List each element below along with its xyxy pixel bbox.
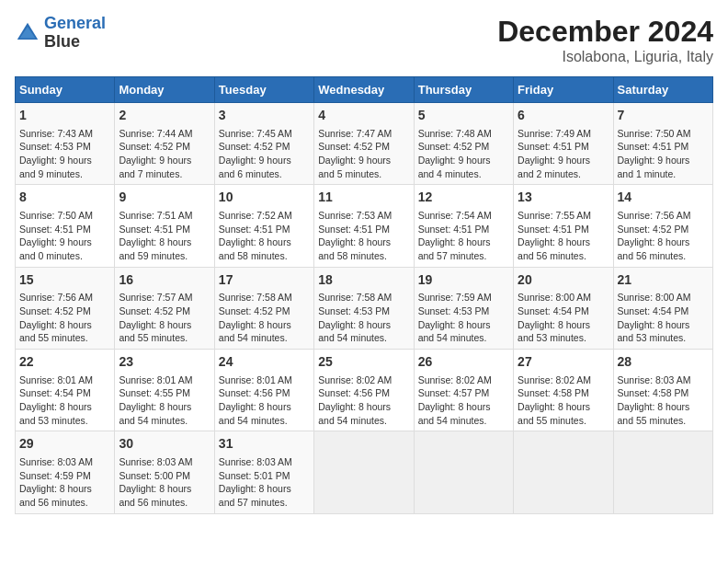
- day-info: Sunrise: 7:44 AM Sunset: 4:52 PM Dayligh…: [119, 127, 210, 181]
- weekday-header-saturday: Saturday: [613, 77, 712, 103]
- calendar-cell: 6Sunrise: 7:49 AM Sunset: 4:51 PM Daylig…: [514, 103, 613, 185]
- day-info: Sunrise: 8:02 AM Sunset: 4:58 PM Dayligh…: [518, 373, 609, 428]
- day-number: 25: [318, 353, 409, 372]
- day-number: 23: [119, 353, 210, 372]
- calendar-cell: 1Sunrise: 7:43 AM Sunset: 4:53 PM Daylig…: [16, 103, 115, 185]
- day-info: Sunrise: 8:02 AM Sunset: 4:57 PM Dayligh…: [418, 373, 509, 428]
- day-info: Sunrise: 8:03 AM Sunset: 5:01 PM Dayligh…: [219, 455, 310, 510]
- day-number: 15: [19, 271, 110, 290]
- calendar-header: SundayMondayTuesdayWednesdayThursdayFrid…: [16, 77, 713, 103]
- calendar-body: 1Sunrise: 7:43 AM Sunset: 4:53 PM Daylig…: [16, 103, 713, 514]
- calendar-week-row: 8Sunrise: 7:50 AM Sunset: 4:51 PM Daylig…: [16, 185, 713, 267]
- calendar-cell: 10Sunrise: 7:52 AM Sunset: 4:51 PM Dayli…: [214, 185, 313, 267]
- day-number: 3: [219, 107, 310, 125]
- calendar-cell: 15Sunrise: 7:56 AM Sunset: 4:52 PM Dayli…: [16, 267, 115, 349]
- day-info: Sunrise: 7:56 AM Sunset: 4:52 PM Dayligh…: [618, 209, 709, 263]
- day-number: 20: [518, 271, 609, 290]
- day-number: 28: [618, 353, 709, 372]
- calendar-week-row: 22Sunrise: 8:01 AM Sunset: 4:54 PM Dayli…: [16, 350, 713, 431]
- calendar-table: SundayMondayTuesdayWednesdayThursdayFrid…: [15, 76, 713, 514]
- day-info: Sunrise: 7:49 AM Sunset: 4:51 PM Dayligh…: [518, 127, 609, 181]
- calendar-cell: 9Sunrise: 7:51 AM Sunset: 4:51 PM Daylig…: [115, 185, 214, 267]
- day-number: 9: [119, 189, 210, 207]
- title-block: December 2024 Isolabona, Liguria, Italy: [497, 15, 713, 65]
- calendar-cell: [414, 431, 513, 513]
- day-info: Sunrise: 7:43 AM Sunset: 4:53 PM Dayligh…: [19, 127, 110, 181]
- day-info: Sunrise: 7:50 AM Sunset: 4:51 PM Dayligh…: [19, 209, 110, 263]
- calendar-cell: 16Sunrise: 7:57 AM Sunset: 4:52 PM Dayli…: [115, 267, 214, 349]
- day-info: Sunrise: 7:55 AM Sunset: 4:51 PM Dayligh…: [518, 209, 609, 263]
- weekday-header-row: SundayMondayTuesdayWednesdayThursdayFrid…: [16, 77, 713, 103]
- calendar-cell: 8Sunrise: 7:50 AM Sunset: 4:51 PM Daylig…: [16, 185, 115, 267]
- day-number: 2: [119, 107, 210, 125]
- calendar-week-row: 15Sunrise: 7:56 AM Sunset: 4:52 PM Dayli…: [16, 267, 713, 349]
- day-number: 7: [618, 107, 709, 125]
- calendar-cell: [514, 431, 613, 513]
- day-info: Sunrise: 8:00 AM Sunset: 4:54 PM Dayligh…: [518, 291, 609, 345]
- calendar-cell: 5Sunrise: 7:48 AM Sunset: 4:52 PM Daylig…: [414, 103, 513, 185]
- logo-text: General Blue: [44, 15, 106, 52]
- day-number: 21: [618, 271, 709, 290]
- calendar-cell: 25Sunrise: 8:02 AM Sunset: 4:56 PM Dayli…: [314, 350, 414, 431]
- calendar-cell: 11Sunrise: 7:53 AM Sunset: 4:51 PM Dayli…: [314, 185, 414, 267]
- day-info: Sunrise: 7:52 AM Sunset: 4:51 PM Dayligh…: [219, 209, 310, 263]
- calendar-cell: 24Sunrise: 8:01 AM Sunset: 4:56 PM Dayli…: [214, 350, 313, 431]
- day-info: Sunrise: 7:53 AM Sunset: 4:51 PM Dayligh…: [318, 209, 409, 263]
- logo-icon: [15, 20, 40, 46]
- day-number: 11: [318, 189, 409, 207]
- day-number: 8: [19, 189, 110, 207]
- day-number: 4: [318, 107, 409, 125]
- calendar-cell: 12Sunrise: 7:54 AM Sunset: 4:51 PM Dayli…: [414, 185, 513, 267]
- day-info: Sunrise: 7:59 AM Sunset: 4:53 PM Dayligh…: [418, 291, 509, 345]
- page-header: General Blue December 2024 Isolabona, Li…: [15, 15, 713, 65]
- day-number: 13: [518, 189, 609, 207]
- day-number: 24: [219, 353, 310, 372]
- weekday-header-monday: Monday: [115, 77, 214, 103]
- calendar-cell: 3Sunrise: 7:45 AM Sunset: 4:52 PM Daylig…: [214, 103, 313, 185]
- location-subtitle: Isolabona, Liguria, Italy: [497, 49, 713, 65]
- day-number: 19: [418, 271, 509, 290]
- day-number: 29: [19, 435, 110, 454]
- day-number: 5: [418, 107, 509, 125]
- day-number: 30: [119, 435, 210, 454]
- day-info: Sunrise: 8:03 AM Sunset: 5:00 PM Dayligh…: [119, 455, 210, 510]
- calendar-cell: 4Sunrise: 7:47 AM Sunset: 4:52 PM Daylig…: [314, 103, 414, 185]
- day-info: Sunrise: 7:56 AM Sunset: 4:52 PM Dayligh…: [19, 291, 110, 345]
- weekday-header-sunday: Sunday: [16, 77, 115, 103]
- weekday-header-tuesday: Tuesday: [214, 77, 313, 103]
- day-number: 18: [318, 271, 409, 290]
- calendar-cell: [613, 431, 712, 513]
- day-info: Sunrise: 7:48 AM Sunset: 4:52 PM Dayligh…: [418, 127, 509, 181]
- day-number: 12: [418, 189, 509, 207]
- day-info: Sunrise: 7:58 AM Sunset: 4:52 PM Dayligh…: [219, 291, 310, 345]
- calendar-cell: 26Sunrise: 8:02 AM Sunset: 4:57 PM Dayli…: [414, 350, 513, 431]
- calendar-week-row: 1Sunrise: 7:43 AM Sunset: 4:53 PM Daylig…: [16, 103, 713, 185]
- calendar-cell: 21Sunrise: 8:00 AM Sunset: 4:54 PM Dayli…: [613, 267, 712, 349]
- calendar-cell: 30Sunrise: 8:03 AM Sunset: 5:00 PM Dayli…: [115, 431, 214, 513]
- calendar-cell: 23Sunrise: 8:01 AM Sunset: 4:55 PM Dayli…: [115, 350, 214, 431]
- day-info: Sunrise: 8:03 AM Sunset: 4:59 PM Dayligh…: [19, 455, 110, 510]
- day-info: Sunrise: 7:47 AM Sunset: 4:52 PM Dayligh…: [318, 127, 409, 181]
- calendar-cell: 29Sunrise: 8:03 AM Sunset: 4:59 PM Dayli…: [16, 431, 115, 513]
- calendar-cell: 18Sunrise: 7:58 AM Sunset: 4:53 PM Dayli…: [314, 267, 414, 349]
- weekday-header-wednesday: Wednesday: [314, 77, 414, 103]
- day-info: Sunrise: 7:54 AM Sunset: 4:51 PM Dayligh…: [418, 209, 509, 263]
- calendar-cell: 20Sunrise: 8:00 AM Sunset: 4:54 PM Dayli…: [514, 267, 613, 349]
- day-number: 17: [219, 271, 310, 290]
- calendar-cell: 2Sunrise: 7:44 AM Sunset: 4:52 PM Daylig…: [115, 103, 214, 185]
- calendar-cell: 7Sunrise: 7:50 AM Sunset: 4:51 PM Daylig…: [613, 103, 712, 185]
- logo: General Blue: [15, 15, 106, 52]
- calendar-cell: 17Sunrise: 7:58 AM Sunset: 4:52 PM Dayli…: [214, 267, 313, 349]
- day-number: 14: [618, 189, 709, 207]
- day-info: Sunrise: 7:51 AM Sunset: 4:51 PM Dayligh…: [119, 209, 210, 263]
- day-number: 22: [19, 353, 110, 372]
- day-info: Sunrise: 7:50 AM Sunset: 4:51 PM Dayligh…: [618, 127, 709, 181]
- calendar-cell: 13Sunrise: 7:55 AM Sunset: 4:51 PM Dayli…: [514, 185, 613, 267]
- day-info: Sunrise: 7:58 AM Sunset: 4:53 PM Dayligh…: [318, 291, 409, 345]
- day-info: Sunrise: 7:57 AM Sunset: 4:52 PM Dayligh…: [119, 291, 210, 345]
- day-number: 10: [219, 189, 310, 207]
- day-number: 31: [219, 435, 310, 454]
- day-info: Sunrise: 8:03 AM Sunset: 4:58 PM Dayligh…: [618, 373, 709, 428]
- calendar-cell: 22Sunrise: 8:01 AM Sunset: 4:54 PM Dayli…: [16, 350, 115, 431]
- calendar-cell: 19Sunrise: 7:59 AM Sunset: 4:53 PM Dayli…: [414, 267, 513, 349]
